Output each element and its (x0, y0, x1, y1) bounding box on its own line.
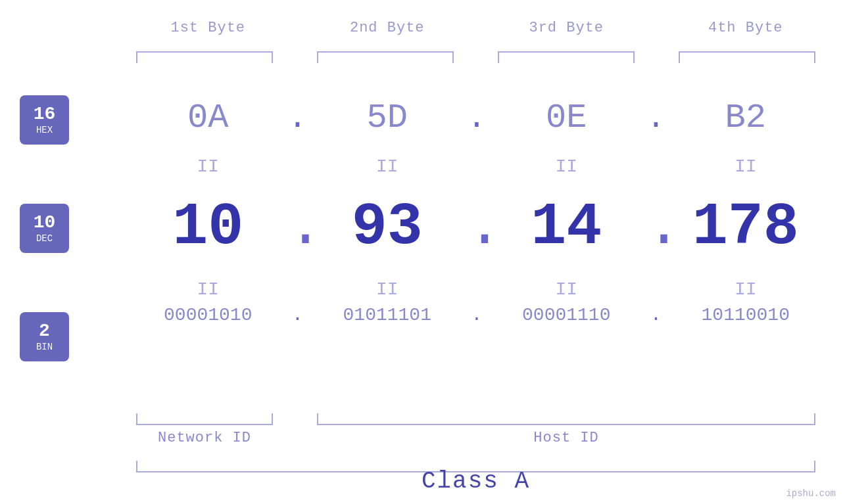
dec-byte4: 178 (666, 194, 826, 261)
hex-dot3: . (646, 101, 666, 136)
eq2-b1: II (128, 279, 288, 300)
bin-row: 00001010 . 01011101 . 00001110 . 1011001… (128, 305, 825, 325)
bin-dot2: . (467, 305, 487, 325)
hex-byte4: B2 (666, 99, 826, 137)
equals-row-2: II II II II (128, 279, 825, 300)
bin-byte2: 01011101 (308, 305, 468, 325)
eq1-b4: II (666, 156, 826, 177)
dec-dot1: . (288, 194, 308, 261)
bracket-top-2 (317, 51, 454, 63)
network-id-bracket (136, 413, 273, 425)
eq2-b3: II (487, 279, 646, 300)
hex-dot2: . (467, 101, 487, 136)
bracket-top-3 (498, 51, 635, 63)
dec-row: 10 . 93 . 14 . 178 (128, 194, 825, 261)
main-container: 1st Byte 2nd Byte 3rd Byte 4th Byte 16 H… (0, 0, 845, 504)
eq2-b2: II (308, 279, 468, 300)
equals-row-1: II II II II (128, 156, 825, 177)
bin-dot1: . (288, 305, 308, 325)
byte3-header: 3rd Byte (487, 20, 646, 36)
byte2-header: 2nd Byte (308, 20, 468, 36)
dec-badge: 10 DEC (20, 204, 69, 253)
bin-byte4: 10110010 (666, 305, 826, 325)
hex-byte1: 0A (128, 99, 288, 137)
bracket-top-4 (679, 51, 815, 63)
dec-dot2: . (467, 194, 487, 261)
byte-headers: 1st Byte 2nd Byte 3rd Byte 4th Byte (128, 20, 825, 36)
network-id-label: Network ID (136, 430, 273, 446)
hex-row: 0A . 5D . 0E . B2 (128, 99, 825, 137)
eq1-b3: II (487, 156, 646, 177)
dec-byte1: 10 (128, 194, 288, 261)
dec-byte3: 14 (487, 194, 646, 261)
host-id-bracket (317, 413, 815, 425)
eq2-b4: II (666, 279, 826, 300)
class-label: Class A (136, 468, 815, 495)
bin-dot3: . (646, 305, 666, 325)
host-id-label: Host ID (317, 430, 815, 446)
bracket-top-1 (136, 51, 273, 63)
hex-byte3: 0E (487, 99, 646, 137)
hex-byte2: 5D (308, 99, 468, 137)
bin-byte3: 00001110 (487, 305, 646, 325)
dec-byte2: 93 (308, 194, 468, 261)
watermark: ipshu.com (786, 488, 836, 499)
eq1-b2: II (308, 156, 468, 177)
bin-badge: 2 BIN (20, 312, 69, 361)
hex-badge: 16 HEX (20, 95, 69, 145)
hex-dot1: . (288, 101, 308, 136)
base-labels: 16 HEX 10 DEC 2 BIN (20, 95, 69, 361)
byte4-header: 4th Byte (666, 20, 826, 36)
eq1-b1: II (128, 156, 288, 177)
bin-byte1: 00001010 (128, 305, 288, 325)
dec-dot3: . (646, 194, 666, 261)
byte1-header: 1st Byte (128, 20, 288, 36)
